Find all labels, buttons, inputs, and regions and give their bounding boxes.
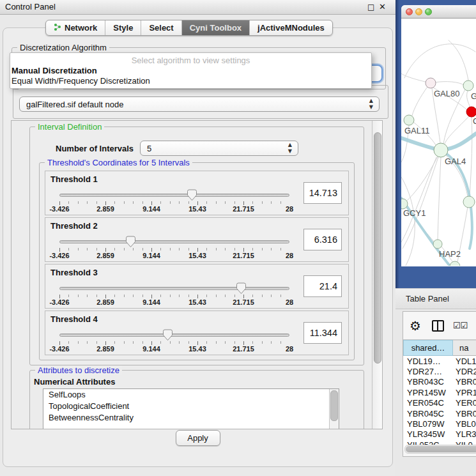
zoom-light[interactable] (425, 8, 432, 15)
slider-major-ticks (59, 341, 289, 345)
dropdown-option-manual[interactable]: Manual Discretization (10, 66, 371, 76)
vertical-scrollbar[interactable] (372, 121, 382, 429)
axis-tick-label: 2.859 (96, 298, 114, 306)
table-rows: YDL19…YDL1YDR27…YDR2YBR043CYBR0YPR145WYP… (403, 356, 476, 450)
name-cell: YBR0 (453, 377, 476, 387)
table-row[interactable]: YPR145WYPR1 (403, 387, 476, 397)
close-light[interactable] (406, 8, 413, 15)
table-row[interactable]: YDL19…YDL1 (403, 356, 476, 366)
network-node[interactable] (433, 240, 442, 249)
node-label: GAL11 (404, 126, 430, 135)
gear-icon[interactable]: ⚙ (410, 318, 421, 334)
table-data-group: Table Data galFiltered.sif default node … (13, 85, 388, 119)
scrollbar-thumb[interactable] (406, 446, 476, 452)
axis-tick-label: -3.426 (49, 345, 69, 353)
minimize-light[interactable] (415, 8, 422, 15)
network-node[interactable] (434, 143, 448, 157)
interval-definition-group: Interval Definition Number of Intervals … (29, 127, 364, 365)
network-icon (54, 23, 61, 33)
axis-tick-label: -3.426 (49, 252, 69, 259)
network-node[interactable] (450, 261, 460, 266)
shared-name-cell: YDL19… (403, 357, 453, 366)
node-label: GAL4 (445, 157, 466, 166)
table-toolbar: ⚙ ☑☑ (403, 312, 476, 339)
axis-tick-label: -3.426 (49, 298, 69, 306)
list-item[interactable]: SelfLoops (43, 389, 339, 401)
name-cell: YBL0 (453, 419, 476, 429)
threshold-label: Threshold 4 (50, 314, 98, 324)
threshold-value-field[interactable]: 11.344 (303, 322, 342, 344)
horizontal-scrollbar[interactable] (404, 445, 476, 454)
axis-tick-label: 28 (286, 205, 293, 213)
axis-tick-label: 2.859 (96, 345, 114, 353)
tab-cyni-toolbox[interactable]: Cyni Toolbox (182, 20, 250, 35)
numerical-attributes-list[interactable]: SelfLoopsTopologicalCoefficientBetweenne… (43, 388, 339, 429)
table-data-combobox[interactable]: galFiltered.sif default node ▲▼ (19, 96, 380, 112)
numerical-attributes-label: Numerical Attributes (34, 377, 115, 387)
num-intervals-combobox[interactable]: 5 ▲▼ (140, 141, 298, 156)
table-row[interactable]: YLR345WYLR3 (403, 429, 476, 440)
network-node[interactable] (463, 196, 475, 208)
table-row[interactable]: YDR27…YDR2 (403, 366, 476, 376)
tab-label: Cyni Toolbox (190, 23, 242, 33)
shared-name-cell: YER054C (403, 398, 453, 408)
axis-tick-label: 21.715 (233, 205, 254, 213)
network-edge (401, 157, 436, 242)
select-columns-icon[interactable]: ☑☑ (453, 321, 468, 330)
float-icon[interactable]: □ (367, 0, 374, 14)
group-title: Threshold's Coordinates for 5 Intervals (45, 158, 192, 167)
slider-thumb[interactable] (236, 282, 247, 295)
dropdown-option-equal-width[interactable]: Equal Width/Frequency Discretization (10, 76, 371, 86)
columns-icon[interactable] (432, 320, 444, 332)
axis-tick-label: 15.43 (188, 252, 206, 259)
network-canvas[interactable]: GAL80GACGAL11GAL4GCY1HHAP2 (401, 19, 476, 266)
column-header-name[interactable]: na (453, 340, 476, 356)
slider-thumb[interactable] (162, 329, 173, 341)
dropdown-hint: Select algorithm to view settings (10, 53, 371, 66)
network-graph: GAL80GACGAL11GAL4GCY1HHAP2 (401, 19, 476, 266)
shared-name-cell: YLR345W (403, 429, 453, 439)
threshold-value-field[interactable]: 14.713 (303, 182, 342, 204)
table-row[interactable]: YBR045CYBR0 (403, 408, 476, 418)
shared-name-cell: YBR045C (403, 409, 453, 418)
threshold-panel: Threshold 3-3.4262.8599.14415.4321.71528… (45, 264, 349, 309)
screenshot-root: Control Panel □ ✕ NetworkStyleSelectCyni… (0, 0, 476, 476)
scrollbar-thumb[interactable] (330, 390, 338, 421)
table-row[interactable]: YBL079WYBL0 (403, 418, 476, 429)
tab-select[interactable]: Select (141, 20, 181, 35)
num-intervals-label: Number of Intervals (56, 144, 134, 153)
stepper-icon: ▲▼ (288, 142, 292, 155)
slider-thumb[interactable] (187, 189, 197, 201)
network-edge (403, 157, 438, 249)
cyni-toolbox-panel: Discretization Algorithm Select algorith… (3, 27, 393, 467)
threshold-value-field[interactable]: 21.4 (303, 275, 342, 297)
network-edge (435, 82, 464, 85)
tab-style[interactable]: Style (105, 20, 141, 35)
top-tab-bar: NetworkStyleSelectCyni ToolboxjActiveMNo… (45, 20, 333, 36)
network-node[interactable] (466, 107, 476, 117)
threshold-slider[interactable]: -3.4262.8599.14415.4321.71528 (59, 284, 289, 305)
control-panel-titlebar: Control Panel □ ✕ (0, 0, 395, 15)
list-item[interactable]: BetweennessCentrality (43, 412, 339, 424)
threshold-value-field[interactable]: 6.316 (303, 229, 342, 250)
tab-network[interactable]: Network (46, 20, 105, 35)
node-table-panel: ⚙ ☑☑ shared… na YDL19…YDL1YDR27…YDR2YBR0… (403, 311, 476, 457)
threshold-slider[interactable]: -3.4262.8599.14415.4321.71528 (59, 237, 289, 259)
table-row[interactable]: YBR043CYBR0 (403, 377, 476, 387)
network-node[interactable] (463, 81, 473, 91)
slider-thumb[interactable] (125, 236, 136, 248)
column-header-shared-name[interactable]: shared… (403, 340, 453, 356)
list-item[interactable]: TopologicalCoefficient (43, 401, 339, 412)
table-row[interactable]: YER054CYER0 (403, 398, 476, 408)
scrollbar-thumb[interactable] (374, 132, 381, 364)
list-scrollbar[interactable] (329, 389, 339, 429)
close-icon[interactable]: ✕ (379, 0, 386, 14)
network-node[interactable] (404, 115, 414, 125)
tab-jactivemnodules[interactable]: jActiveMNodules (250, 20, 332, 35)
threshold-slider[interactable]: -3.4262.8599.14415.4321.71528 (59, 190, 289, 212)
threshold-slider[interactable]: -3.4262.8599.14415.4321.71528 (59, 330, 289, 352)
axis-tick-label: 15.43 (188, 298, 206, 306)
table-panel-section: Table Panel ⚙ ☑☑ shared… na YDL19…YDL1YD… (395, 288, 476, 476)
network-node[interactable] (426, 78, 436, 88)
apply-button[interactable]: Apply (176, 430, 220, 446)
